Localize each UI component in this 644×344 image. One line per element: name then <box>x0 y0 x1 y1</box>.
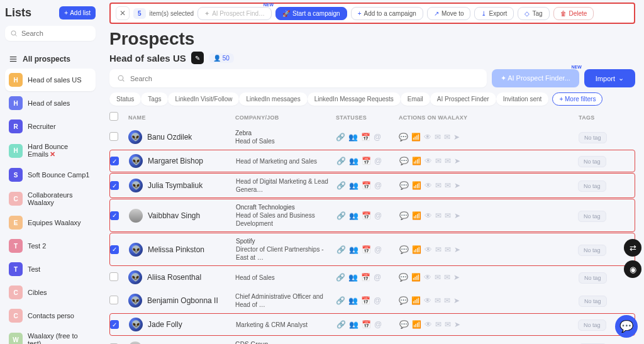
action-icon[interactable]: ➤ <box>453 133 460 141</box>
status-icon[interactable]: 🔗 <box>336 157 346 165</box>
action-icon[interactable]: ✉ <box>444 296 450 305</box>
table-row[interactable]: ✓ 👽 Julia Tsymbaliuk Head of Digital Mar… <box>109 173 635 198</box>
no-tag-pill[interactable]: No tag <box>578 180 606 192</box>
action-icon[interactable]: ✉ <box>445 320 451 329</box>
status-icon[interactable]: 📅 <box>362 245 371 254</box>
action-icon[interactable]: ✉ <box>445 245 451 254</box>
main-search-input[interactable] <box>130 75 479 82</box>
status-icon[interactable]: 👥 <box>349 157 358 165</box>
action-icon[interactable]: ➤ <box>453 296 460 305</box>
filter-pill[interactable]: LinkedIn Message Requests <box>308 92 401 106</box>
ai-prospect-finder-disabled[interactable]: ✦ AI Prospect Find… NEW <box>197 7 272 20</box>
add-list-button[interactable]: + Add list <box>59 6 96 19</box>
status-icon[interactable]: 🔗 <box>336 211 346 220</box>
chat-bubble[interactable]: 💬 <box>615 315 638 338</box>
start-campaign-button[interactable]: 🚀 Start a campaign <box>275 7 347 20</box>
table-row[interactable]: 👽 Aliisa Rosenthal Head of Sales 🔗👥📅@ 💬📶… <box>109 267 635 288</box>
no-tag-pill[interactable]: No tag <box>578 211 606 222</box>
action-icon[interactable]: 📶 <box>412 245 421 254</box>
action-icon[interactable]: 💬 <box>399 181 409 190</box>
table-row[interactable]: 👽 Banu Ozdilek ZebraHead of Sales 🔗👥📅@ 💬… <box>109 125 635 149</box>
action-icon[interactable]: 👁 <box>425 245 432 254</box>
sidebar-item[interactable]: T Test 2 <box>5 235 96 257</box>
action-icon[interactable]: ✉ <box>435 320 441 329</box>
discord-icon[interactable]: ◉ <box>624 260 641 278</box>
status-icon[interactable]: @ <box>374 133 381 141</box>
sidebar-item[interactable]: C Cibles <box>5 281 96 304</box>
no-tag-pill[interactable]: No tag <box>578 319 606 331</box>
action-icon[interactable]: ✉ <box>435 157 441 165</box>
action-icon[interactable]: 💬 <box>399 211 409 220</box>
action-icon[interactable]: ✉ <box>435 181 441 190</box>
row-checkbox[interactable]: ✓ <box>110 157 119 165</box>
status-icon[interactable]: 📅 <box>361 273 370 282</box>
no-tag-pill[interactable]: No tag <box>579 132 607 143</box>
all-prospects[interactable]: All prospects <box>5 50 96 69</box>
row-checkbox[interactable]: ✓ <box>110 320 119 329</box>
status-icon[interactable]: @ <box>374 320 382 329</box>
export-button[interactable]: ⤓ Export <box>474 7 514 20</box>
action-icon[interactable]: 📶 <box>412 181 421 190</box>
table-row[interactable]: Jon Perrin GDS GroupHead of Sales - Nort… <box>109 336 635 344</box>
status-icon[interactable]: 📅 <box>362 181 371 190</box>
action-icon[interactable]: ✉ <box>435 133 441 141</box>
action-icon[interactable]: 📶 <box>411 273 421 282</box>
action-icon[interactable]: ✉ <box>435 296 441 305</box>
filter-pill[interactable]: LinkedIn messages <box>239 92 307 106</box>
status-icon[interactable]: 🔗 <box>336 181 346 190</box>
sidebar-item[interactable]: H Head of sales US <box>5 69 96 91</box>
main-search[interactable] <box>109 69 487 87</box>
table-row[interactable]: ✓ 👽 Margaret Bishop Head of Marketing an… <box>109 150 635 172</box>
tag-button[interactable]: ◇ Tag <box>518 7 549 20</box>
action-icon[interactable]: 👁 <box>424 273 431 282</box>
row-checkbox[interactable] <box>109 296 118 304</box>
action-icon[interactable]: 👁 <box>425 320 432 329</box>
sidebar-item[interactable]: C Collaborateurs Waalaxy <box>5 187 96 211</box>
action-icon[interactable]: ✉ <box>435 273 441 282</box>
sidebar-item[interactable]: T Test <box>5 258 96 280</box>
action-icon[interactable]: 💬 <box>399 133 408 141</box>
status-icon[interactable]: 🔗 <box>336 296 345 305</box>
sidebar-item[interactable]: H Head of sales <box>5 92 96 114</box>
import-button[interactable]: Import ⌄ <box>584 69 635 87</box>
table-row[interactable]: ✓ 👽 Jade Folly Marketing & CRM Analyst 🔗… <box>109 313 635 336</box>
sidebar-item[interactable]: E Equipes Waalaxy <box>5 211 96 234</box>
action-icon[interactable]: 📶 <box>412 320 421 329</box>
row-checkbox[interactable] <box>109 272 118 281</box>
table-row[interactable]: ✓ 👽 Melissa Pinkston SpotifyDirector of … <box>109 233 635 266</box>
status-icon[interactable]: 🔗 <box>336 133 345 141</box>
sidebar-item[interactable]: W Waalaxy (free to test) <box>5 328 96 344</box>
swap-icon[interactable]: ⇄ <box>624 239 641 257</box>
more-filters-button[interactable]: + More filters <box>552 92 602 106</box>
sidebar-search-input[interactable] <box>21 30 108 37</box>
sidebar-search[interactable] <box>5 26 96 41</box>
table-row[interactable]: 👽 Benjamin Ogbonna II Chief Administrati… <box>109 289 635 313</box>
status-icon[interactable]: @ <box>374 296 381 305</box>
action-icon[interactable]: 💬 <box>399 245 409 254</box>
action-icon[interactable]: ✉ <box>444 133 450 141</box>
status-icon[interactable]: 👥 <box>348 133 358 141</box>
filter-pill[interactable]: Email <box>401 92 430 106</box>
status-icon[interactable]: 🔗 <box>336 320 346 329</box>
action-icon[interactable]: 📶 <box>412 157 421 165</box>
action-icon[interactable]: ✉ <box>445 181 451 190</box>
no-tag-pill[interactable]: No tag <box>578 156 606 167</box>
move-to-button[interactable]: ↗ Move to <box>427 7 471 20</box>
row-checkbox[interactable]: ✓ <box>110 181 119 190</box>
add-to-campaign-button[interactable]: + Add to a campaign <box>351 7 423 20</box>
status-icon[interactable]: @ <box>374 181 382 190</box>
filter-pill[interactable]: Tags <box>141 92 168 106</box>
action-icon[interactable]: 👁 <box>425 157 432 165</box>
action-icon[interactable]: 👁 <box>425 211 432 220</box>
edit-list-button[interactable]: ✎ <box>191 52 204 64</box>
action-icon[interactable]: 💬 <box>399 273 408 282</box>
action-icon[interactable]: ➤ <box>453 273 460 282</box>
action-icon[interactable]: ✉ <box>435 211 441 220</box>
status-icon[interactable]: @ <box>374 157 382 165</box>
no-tag-pill[interactable]: No tag <box>579 272 607 284</box>
status-icon[interactable]: 📅 <box>362 320 371 329</box>
sidebar-item[interactable]: C Contacts perso <box>5 304 96 327</box>
action-icon[interactable]: ➤ <box>454 320 460 329</box>
status-icon[interactable]: 👥 <box>349 320 358 329</box>
row-checkbox[interactable]: ✓ <box>110 245 119 254</box>
